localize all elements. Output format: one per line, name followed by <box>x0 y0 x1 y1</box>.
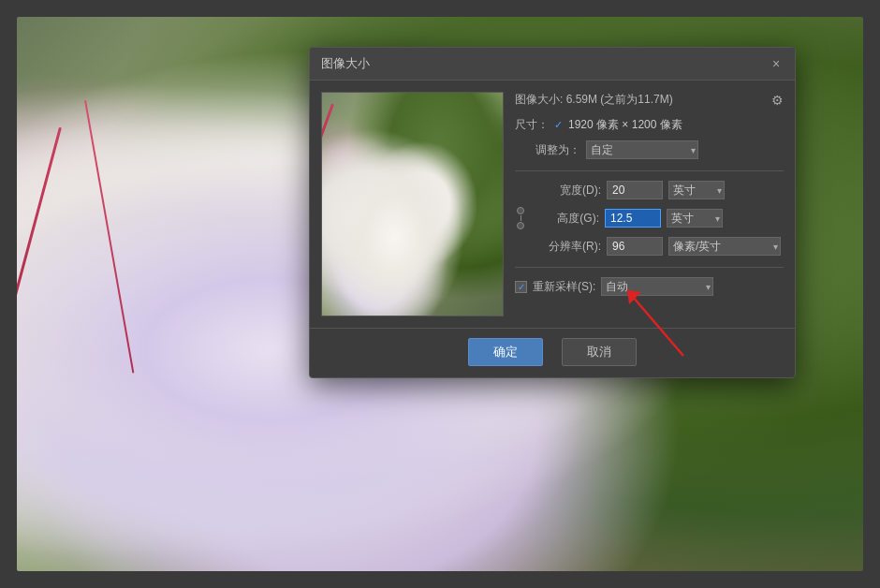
divider-2 <box>515 267 784 268</box>
height-label: 高度(G): <box>534 211 599 227</box>
adjust-label: 调整为： <box>515 142 580 158</box>
dialog-button-row: 确定 取消 <box>310 328 795 377</box>
link-icon <box>513 207 528 229</box>
dialog-body: 图像大小: 6.59M (之前为11.7M) ⚙ 尺寸： ✓ 1920 像素 ×… <box>310 81 795 328</box>
dialog-titlebar: 图像大小 × <box>310 48 795 81</box>
resolution-row: 分辨率(R): 像素/英寸 <box>515 237 784 256</box>
width-unit-select[interactable]: 英寸 <box>668 181 725 199</box>
resolution-unit-wrapper[interactable]: 像素/英寸 <box>668 237 781 256</box>
image-size-label: 图像大小: 6.59M (之前为11.7M) <box>515 92 673 108</box>
resample-select[interactable]: 自动 <box>601 277 713 296</box>
width-unit-wrapper[interactable]: 英寸 <box>668 181 725 199</box>
resample-row: ✓ 重新采样(S): 自动 <box>515 277 784 296</box>
adjust-select[interactable]: 自定 <box>586 140 698 159</box>
height-row: 高度(G): 英寸 <box>515 207 784 229</box>
divider-1 <box>515 170 784 171</box>
height-unit-select[interactable]: 英寸 <box>667 209 723 228</box>
dialog-title: 图像大小 <box>321 55 370 72</box>
dimensions-row: 尺寸： ✓ 1920 像素 × 1200 像素 <box>515 117 784 133</box>
height-unit-wrapper[interactable]: 英寸 <box>667 209 723 228</box>
dimensions-value: 1920 像素 × 1200 像素 <box>568 117 682 133</box>
resolution-input[interactable] <box>607 237 663 256</box>
checkbox-check-icon: ✓ <box>518 282 525 292</box>
width-row: 宽度(D): 英寸 <box>515 181 784 199</box>
dimensions-check-icon[interactable]: ✓ <box>554 119 563 131</box>
image-size-row: 图像大小: 6.59M (之前为11.7M) ⚙ <box>515 92 784 108</box>
resample-checkbox[interactable]: ✓ <box>515 281 527 293</box>
confirm-button[interactable]: 确定 <box>468 338 543 366</box>
settings-pane: 图像大小: 6.59M (之前为11.7M) ⚙ 尺寸： ✓ 1920 像素 ×… <box>515 92 784 316</box>
image-size-dialog: 图像大小 × 图像大小: 6.59M (之前为11.7M) ⚙ 尺寸： ✓ 19… <box>309 47 796 378</box>
resolution-unit-select[interactable]: 像素/英寸 <box>668 237 781 256</box>
link-line <box>521 215 521 221</box>
dimensions-label: 尺寸： <box>515 117 549 133</box>
image-size-value: 6.59M (之前为11.7M) <box>566 93 673 106</box>
image-preview <box>321 92 504 316</box>
height-input[interactable] <box>605 209 661 228</box>
resample-label: 重新采样(S): <box>533 279 595 295</box>
width-input[interactable] <box>607 181 663 199</box>
dialog-close-button[interactable]: × <box>769 56 784 71</box>
width-label: 宽度(D): <box>535 183 601 198</box>
adjust-row: 调整为： 自定 <box>515 140 784 159</box>
adjust-select-wrapper[interactable]: 自定 <box>586 140 698 159</box>
cancel-button[interactable]: 取消 <box>562 338 637 366</box>
resample-select-wrapper[interactable]: 自动 <box>601 277 713 296</box>
link-dot-bottom <box>517 222 524 229</box>
gear-icon[interactable]: ⚙ <box>771 93 784 108</box>
link-dot-top <box>517 207 524 214</box>
resolution-label: 分辨率(R): <box>535 239 601 255</box>
